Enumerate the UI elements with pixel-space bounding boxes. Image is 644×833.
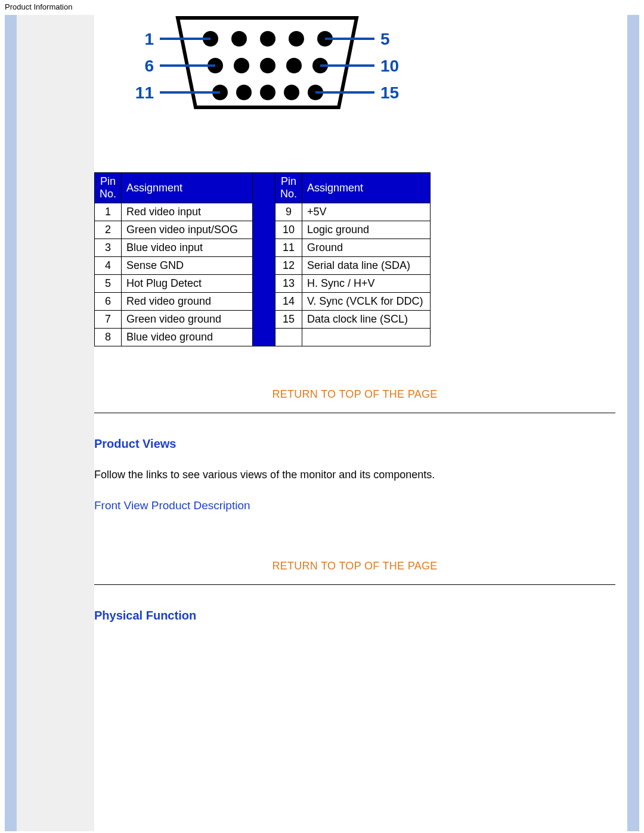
cell-assignment: +5V: [302, 203, 431, 221]
col-pin-no: Pin No.: [95, 173, 122, 203]
cell-pin-no: 11: [275, 239, 302, 257]
cell-assignment: Green video input/SOG: [122, 221, 253, 239]
pin-label-5: 5: [380, 30, 390, 48]
table-spacer: [253, 173, 275, 346]
pin-label-15: 15: [380, 83, 399, 102]
pin-table-container: Pin No. Assignment Pin No. Assignment 1 …: [94, 172, 615, 346]
cell-assignment: Green video ground: [122, 311, 253, 329]
pin-dot: [260, 58, 275, 73]
product-views-heading: Product Views: [94, 437, 615, 451]
section-divider: [94, 413, 615, 413]
pin-label-6: 6: [144, 57, 154, 75]
cell-pin-no: 15: [275, 311, 302, 329]
pin-dot: [284, 85, 299, 100]
page-frame: 1 6 11 5 10 15 Pin No. Assignment Pin No…: [5, 15, 639, 831]
cell-pin-no: 6: [95, 293, 122, 311]
cell-pin-no: 12: [275, 257, 302, 275]
pin-dot: [231, 31, 247, 47]
cell-assignment: Red video ground: [122, 293, 253, 311]
vga-pinout-svg: 1 6 11 5 10 15: [118, 15, 428, 134]
col-assignment: Assignment: [302, 173, 431, 203]
cell-pin-no: 5: [95, 275, 122, 293]
cell-pin-no: 9: [275, 203, 302, 221]
cell-pin-no: 14: [275, 293, 302, 311]
pin-dot: [260, 31, 275, 47]
cell-assignment: Ground: [302, 239, 431, 257]
physical-function-heading: Physical Function: [94, 609, 615, 623]
cell-pin-no: 7: [95, 311, 122, 329]
col-assignment: Assignment: [122, 173, 253, 203]
cell-pin-no: 13: [275, 275, 302, 293]
pin-label-10: 10: [380, 57, 399, 75]
pin-assignment-table: Pin No. Assignment Pin No. Assignment 1 …: [94, 172, 431, 346]
cell-pin-no: 10: [275, 221, 302, 239]
col-pin-no: Pin No.: [275, 173, 302, 203]
return-to-top-link[interactable]: RETURN TO TOP OF THE PAGE: [272, 560, 437, 572]
connector-diagram: 1 6 11 5 10 15: [118, 15, 615, 137]
return-top-container: RETURN TO TOP OF THE PAGE: [94, 560, 615, 572]
cell-assignment: Logic ground: [302, 221, 431, 239]
cell-assignment: Blue video ground: [122, 329, 253, 346]
cell-pin-no: [275, 329, 302, 346]
cell-assignment: Sense GND: [122, 257, 253, 275]
cell-assignment: [302, 329, 431, 346]
return-to-top-link[interactable]: RETURN TO TOP OF THE PAGE: [272, 388, 437, 400]
cell-pin-no: 4: [95, 257, 122, 275]
product-views-body: Follow the links to see various views of…: [94, 469, 615, 481]
section-divider: [94, 584, 615, 585]
bottom-padding: [94, 640, 615, 831]
pin-label-1: 1: [144, 30, 154, 48]
cell-assignment: Hot Plug Detect: [122, 275, 253, 293]
pin-dot: [260, 85, 275, 100]
pin-dot: [234, 58, 249, 73]
cell-assignment: V. Sync (VCLK for DDC): [302, 293, 431, 311]
pin-dot: [286, 58, 302, 73]
cell-assignment: Blue video input: [122, 239, 253, 257]
cell-pin-no: 8: [95, 329, 122, 346]
pin-dot: [236, 85, 252, 100]
cell-pin-no: 1: [95, 203, 122, 221]
cell-pin-no: 2: [95, 221, 122, 239]
pin-label-11: 11: [135, 83, 154, 102]
cell-assignment: Data clock line (SCL): [302, 311, 431, 329]
front-view-link[interactable]: Front View Product Description: [94, 499, 250, 512]
cell-assignment: H. Sync / H+V: [302, 275, 431, 293]
pin-dot: [289, 31, 304, 47]
cell-pin-no: 3: [95, 239, 122, 257]
left-gray-stripe: [17, 15, 94, 831]
page-header-title: Product Information: [0, 0, 644, 15]
table-header-row: Pin No. Assignment Pin No. Assignment: [95, 173, 431, 203]
cell-assignment: Serial data line (SDA): [302, 257, 431, 275]
main-content: 1 6 11 5 10 15 Pin No. Assignment Pin No…: [94, 15, 627, 831]
return-top-container: RETURN TO TOP OF THE PAGE: [94, 388, 615, 401]
cell-assignment: Red video input: [122, 203, 253, 221]
